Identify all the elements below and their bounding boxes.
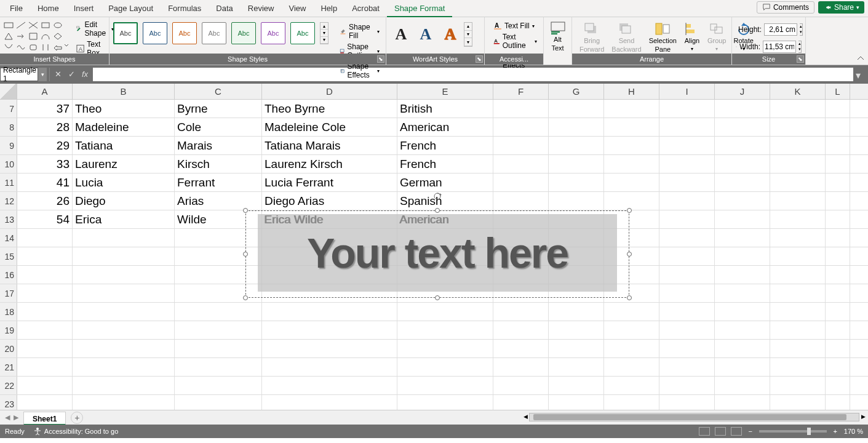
wordart-style-3[interactable]: A: [439, 22, 461, 47]
cell-E8[interactable]: American: [397, 118, 493, 136]
ribbon-collapse-button[interactable]: [856, 54, 866, 63]
col-header-L[interactable]: L: [826, 84, 850, 99]
handle-w[interactable]: [243, 252, 248, 257]
cell-B19[interactable]: [73, 321, 175, 339]
handle-n[interactable]: [435, 208, 440, 213]
cell-E10[interactable]: French: [397, 155, 493, 173]
cell-L23[interactable]: [826, 395, 850, 410]
tab-formulas[interactable]: Formulas: [161, 0, 209, 17]
col-header-A[interactable]: A: [17, 84, 73, 99]
col-header-C[interactable]: C: [175, 84, 262, 99]
wordart-style-2[interactable]: A: [415, 22, 437, 47]
shape-style-scroll[interactable]: ▴▾▾: [320, 22, 328, 44]
cell-J15[interactable]: [715, 247, 770, 265]
cell-A7[interactable]: 37: [17, 100, 73, 118]
cell-I13[interactable]: [659, 210, 715, 228]
cell-J17[interactable]: [715, 284, 770, 302]
cell-B11[interactable]: Lucia: [73, 174, 175, 191]
cell-H23[interactable]: [604, 395, 659, 410]
cell-J10[interactable]: [715, 155, 770, 173]
cell-E23[interactable]: [397, 395, 493, 410]
cell-H8[interactable]: [604, 118, 659, 136]
wordart-style-1[interactable]: A: [390, 22, 412, 47]
cell-I12[interactable]: [659, 192, 715, 210]
cell-B22[interactable]: [73, 377, 175, 394]
wordart-scroll[interactable]: ▴▾▾: [464, 22, 472, 47]
cell-E11[interactable]: German: [397, 174, 493, 191]
bring-forward-button[interactable]: BringForward: [576, 20, 608, 55]
cell-K8[interactable]: [770, 118, 826, 136]
cell-D18[interactable]: [262, 303, 397, 321]
cell-L7[interactable]: [826, 100, 850, 118]
cell-B9[interactable]: Tatiana: [73, 137, 175, 154]
cell-I11[interactable]: [659, 174, 715, 191]
wordart-body[interactable]: Erica Wilde American Your text here: [258, 214, 617, 292]
cell-I22[interactable]: [659, 377, 715, 394]
width-input[interactable]: [763, 41, 796, 53]
cell-A15[interactable]: [17, 247, 73, 265]
cell-C19[interactable]: [175, 321, 262, 339]
cell-A19[interactable]: [17, 321, 73, 339]
cell-A22[interactable]: [17, 377, 73, 394]
cell-F18[interactable]: [493, 303, 549, 321]
tab-view[interactable]: View: [281, 0, 313, 17]
height-input[interactable]: [764, 23, 797, 36]
cell-F20[interactable]: [493, 340, 549, 357]
cell-I15[interactable]: [659, 247, 715, 265]
cell-A23[interactable]: [17, 395, 73, 410]
cell-J22[interactable]: [715, 377, 770, 394]
cell-J11[interactable]: [715, 174, 770, 191]
cell-J16[interactable]: [715, 266, 770, 284]
cell-J18[interactable]: [715, 303, 770, 321]
share-button[interactable]: Share ▾: [818, 1, 864, 14]
cell-A20[interactable]: [17, 340, 73, 357]
zoom-slider[interactable]: [759, 430, 827, 433]
handle-nw[interactable]: [243, 208, 248, 213]
tab-page-layout[interactable]: Page Layout: [101, 0, 161, 17]
cell-K16[interactable]: [770, 266, 826, 284]
zoom-in-button[interactable]: +: [832, 428, 839, 435]
cell-D20[interactable]: [262, 340, 397, 357]
cell-B13[interactable]: Erica: [73, 210, 175, 228]
cell-I16[interactable]: [659, 266, 715, 284]
cell-H9[interactable]: [604, 137, 659, 154]
cell-K12[interactable]: [770, 192, 826, 210]
zoom-slider-knob[interactable]: [807, 428, 811, 435]
shape-style-5[interactable]: Abc: [231, 22, 256, 44]
row-header-23[interactable]: 23: [0, 395, 17, 410]
cell-L21[interactable]: [826, 358, 850, 376]
alt-text-button[interactable]: Alt Text: [547, 18, 568, 54]
cell-A8[interactable]: 28: [17, 118, 73, 136]
cell-J7[interactable]: [715, 100, 770, 118]
group-button[interactable]: Group▾: [704, 20, 730, 55]
cell-H21[interactable]: [604, 358, 659, 376]
cell-K10[interactable]: [770, 155, 826, 173]
row-header-20[interactable]: 20: [0, 340, 17, 357]
cell-C8[interactable]: Cole: [175, 118, 262, 136]
row-header-10[interactable]: 10: [0, 155, 17, 173]
cell-D19[interactable]: [262, 321, 397, 339]
col-header-F[interactable]: F: [493, 84, 549, 99]
cell-K9[interactable]: [770, 137, 826, 154]
tab-help[interactable]: Help: [313, 0, 344, 17]
cell-C12[interactable]: Arias: [175, 192, 262, 210]
shape-gallery-grid[interactable]: [4, 18, 64, 53]
formula-bar-expand[interactable]: ▾: [856, 70, 866, 79]
cell-H20[interactable]: [604, 340, 659, 357]
cell-I7[interactable]: [659, 100, 715, 118]
cell-J20[interactable]: [715, 340, 770, 357]
cell-L18[interactable]: [826, 303, 850, 321]
cell-K11[interactable]: [770, 174, 826, 191]
cell-A11[interactable]: 41: [17, 174, 73, 191]
shape-style-2[interactable]: Abc: [143, 22, 167, 44]
cell-D12[interactable]: Diego Arias: [262, 192, 397, 210]
row-header-7[interactable]: 7: [0, 100, 17, 118]
cell-K13[interactable]: [770, 210, 826, 228]
cell-G20[interactable]: [549, 340, 604, 357]
cell-E21[interactable]: [397, 358, 493, 376]
cell-K19[interactable]: [770, 321, 826, 339]
handle-e[interactable]: [627, 252, 632, 257]
cell-E20[interactable]: [397, 340, 493, 357]
cell-K22[interactable]: [770, 377, 826, 394]
cell-C20[interactable]: [175, 340, 262, 357]
